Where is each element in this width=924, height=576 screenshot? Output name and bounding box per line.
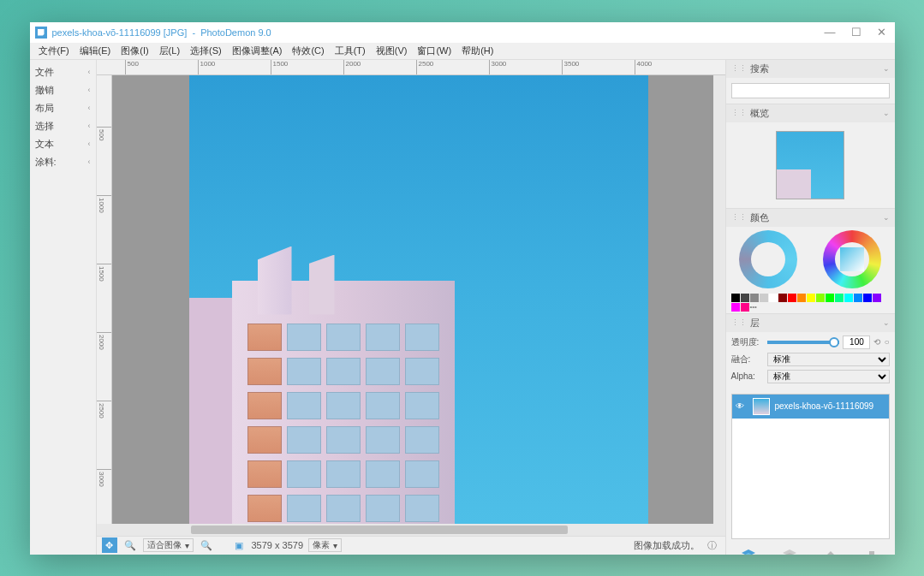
menu-edit[interactable]: 编辑(E) bbox=[75, 45, 116, 57]
menu-select[interactable]: 选择(S) bbox=[185, 45, 227, 57]
zoom-select[interactable]: 适合图像 ▾ bbox=[143, 538, 194, 552]
opacity-input[interactable] bbox=[843, 336, 870, 349]
layer-name: pexels-khoa-võ-11116099 bbox=[775, 401, 874, 411]
blend-label: 融合: bbox=[731, 353, 764, 365]
menu-window[interactable]: 窗口(W) bbox=[412, 45, 456, 57]
blend-select[interactable]: 标准 bbox=[767, 353, 890, 366]
tool-layout[interactable]: 布局‹ bbox=[32, 99, 94, 117]
zoom-in-icon[interactable]: 🔍 bbox=[199, 537, 214, 553]
layer-thumbnail bbox=[753, 398, 770, 415]
swatch[interactable] bbox=[760, 294, 768, 302]
search-panel-header[interactable]: ⋮⋮搜索⌄ bbox=[726, 60, 895, 78]
close-button[interactable]: ✕ bbox=[877, 26, 886, 39]
swatch[interactable] bbox=[741, 303, 749, 312]
add-layer-button[interactable] bbox=[738, 548, 759, 555]
overview-panel-header[interactable]: ⋮⋮概览⌄ bbox=[726, 104, 895, 122]
swatch[interactable] bbox=[769, 294, 778, 302]
titlebar: pexels-khoa-võ-11116099 [JPG] - PhotoDem… bbox=[30, 22, 895, 43]
menu-view[interactable]: 视图(V) bbox=[371, 45, 413, 57]
swatch[interactable] bbox=[731, 294, 740, 302]
zoom-out-icon[interactable]: 🔍 bbox=[122, 537, 138, 553]
tool-file[interactable]: 文件‹ bbox=[32, 63, 94, 81]
alpha-label: Alpha: bbox=[731, 371, 764, 381]
left-toolbar: 文件‹ 撤销‹ 布局‹ 选择‹ 文本‹ 涂料:‹ bbox=[30, 60, 97, 555]
layers-panel-header[interactable]: ⋮⋮层⌄ bbox=[726, 314, 895, 332]
canvas-area: 500 1000 1500 2000 2500 3000 3500 4000 5… bbox=[97, 60, 725, 555]
delete-layer-button[interactable] bbox=[779, 548, 800, 555]
swatch[interactable] bbox=[731, 303, 740, 312]
overview-thumbnail[interactable] bbox=[776, 131, 844, 199]
ruler-vertical: 500 1000 1500 2000 2500 3000 bbox=[97, 75, 112, 524]
layer-item[interactable]: 👁 pexels-khoa-võ-11116099 bbox=[732, 395, 889, 419]
opacity-circle-icon[interactable]: ○ bbox=[884, 337, 889, 347]
menu-help[interactable]: 帮助(H) bbox=[456, 45, 498, 57]
scrollbar-horizontal[interactable] bbox=[97, 524, 725, 536]
color-wheel-1[interactable] bbox=[739, 230, 797, 288]
ruler-horizontal: 500 1000 1500 2000 2500 3000 3500 4000 bbox=[97, 60, 725, 75]
opacity-reset-icon[interactable]: ⟲ bbox=[873, 337, 880, 347]
menu-file[interactable]: 文件(F) bbox=[33, 45, 75, 57]
swatch[interactable] bbox=[854, 294, 862, 302]
swatch[interactable] bbox=[750, 294, 759, 302]
tool-select[interactable]: 选择‹ bbox=[32, 117, 94, 135]
menu-adjust[interactable]: 图像调整(A) bbox=[227, 45, 288, 57]
right-panels: ⋮⋮搜索⌄ ⋮⋮概览⌄ ⋮⋮颜色⌄ bbox=[725, 60, 895, 555]
tool-undo[interactable]: 撤销‹ bbox=[32, 81, 94, 99]
menu-effects[interactable]: 特效(C) bbox=[287, 45, 329, 57]
swatch[interactable] bbox=[807, 294, 815, 302]
swatch[interactable] bbox=[844, 294, 853, 302]
menu-tools[interactable]: 工具(T) bbox=[330, 45, 371, 57]
titlebar-text: pexels-khoa-võ-11116099 [JPG] - PhotoDem… bbox=[52, 27, 825, 38]
image-dimensions: 3579 x 3579 bbox=[252, 540, 304, 550]
status-text: 图像加载成功。 bbox=[634, 539, 700, 552]
canvas-viewport[interactable] bbox=[112, 75, 725, 524]
menubar: 文件(F) 编辑(E) 图像(I) 层(L) 选择(S) 图像调整(A) 特效(… bbox=[30, 43, 895, 60]
opacity-slider[interactable] bbox=[767, 341, 840, 344]
statusbar: ✥ 🔍 适合图像 ▾ 🔍 ▣ 3579 x 3579 像素 ▾ 图像加载成功。 … bbox=[97, 536, 725, 555]
more-swatches-icon[interactable]: ••• bbox=[750, 303, 757, 312]
app-icon bbox=[35, 27, 47, 39]
canvas-image bbox=[189, 75, 648, 524]
swatch[interactable] bbox=[826, 294, 834, 302]
swatch[interactable] bbox=[873, 294, 881, 302]
unit-select[interactable]: 像素 ▾ bbox=[308, 538, 342, 552]
size-icon: ▣ bbox=[231, 537, 247, 553]
opacity-label: 透明度: bbox=[731, 336, 764, 348]
maximize-button[interactable]: ☐ bbox=[851, 26, 861, 39]
swatch[interactable] bbox=[788, 294, 796, 302]
color-panel-header[interactable]: ⋮⋮颜色⌄ bbox=[726, 209, 895, 227]
swatch[interactable] bbox=[741, 294, 749, 302]
swatch[interactable] bbox=[797, 294, 806, 302]
swatch[interactable] bbox=[835, 294, 844, 302]
swatch[interactable] bbox=[816, 294, 825, 302]
swatch[interactable] bbox=[863, 294, 872, 302]
main-area: 文件‹ 撤销‹ 布局‹ 选择‹ 文本‹ 涂料:‹ 500 1000 1500 2… bbox=[30, 60, 895, 555]
scrollbar-vertical[interactable] bbox=[713, 75, 725, 524]
layer-list: 👁 pexels-khoa-võ-11116099 bbox=[731, 394, 890, 539]
tool-paint[interactable]: 涂料:‹ bbox=[32, 153, 94, 171]
search-input[interactable] bbox=[731, 83, 890, 98]
app-window: pexels-khoa-võ-11116099 [JPG] - PhotoDem… bbox=[30, 22, 895, 555]
color-wheel-2[interactable] bbox=[823, 230, 881, 288]
minimize-button[interactable]: — bbox=[825, 26, 836, 39]
layer-down-button[interactable] bbox=[861, 548, 882, 555]
tool-text[interactable]: 文本‹ bbox=[32, 135, 94, 153]
menu-layer[interactable]: 层(L) bbox=[154, 45, 185, 57]
swatch[interactable] bbox=[778, 294, 787, 302]
color-swatches[interactable]: ••• bbox=[726, 292, 895, 313]
visibility-icon[interactable]: 👁 bbox=[736, 401, 748, 411]
alpha-select[interactable]: 标准 bbox=[767, 370, 890, 383]
menu-image[interactable]: 图像(I) bbox=[116, 45, 153, 57]
nav-tool-icon[interactable]: ✥ bbox=[102, 537, 117, 553]
info-icon[interactable]: ⓘ bbox=[705, 537, 720, 553]
layer-up-button[interactable] bbox=[820, 548, 841, 555]
